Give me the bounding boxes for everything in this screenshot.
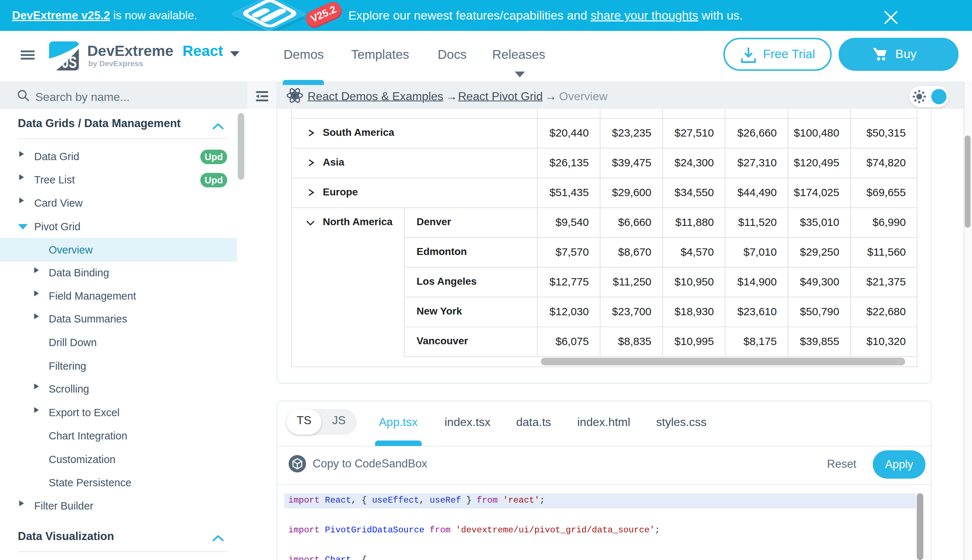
svg-text:JS: JS (62, 53, 77, 70)
